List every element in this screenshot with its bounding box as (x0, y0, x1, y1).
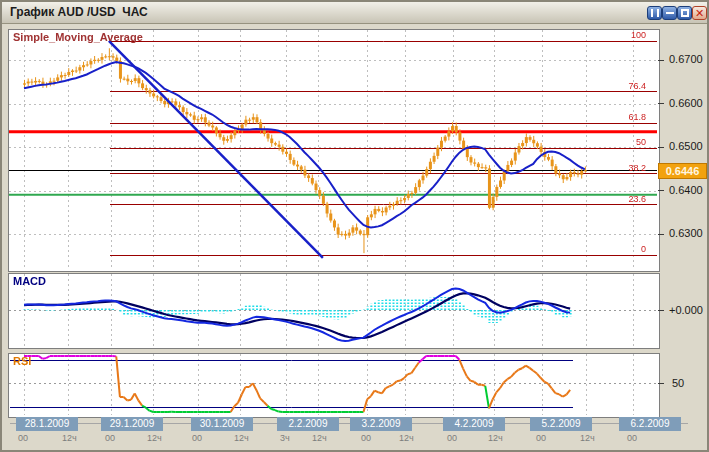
price-tick-mark (658, 103, 664, 104)
title-bar[interactable]: График AUD /USD ЧАС ✕ (2, 2, 707, 24)
price-tick-label: 0.6400 (669, 184, 703, 196)
macd-panel (8, 273, 660, 349)
time-label: 00 (447, 433, 457, 443)
chart-window: График AUD /USD ЧАС ✕ Simple_Moving_Aver… (0, 0, 709, 452)
maximize-button[interactable] (677, 6, 692, 20)
time-label: 12ч (147, 433, 162, 443)
rsi-indicator-label: RSI (13, 355, 31, 367)
close-button[interactable]: ✕ (692, 6, 707, 20)
time-label: 00 (536, 433, 546, 443)
close-icon: ✕ (695, 8, 704, 18)
price-tick-label: 0.6500 (669, 140, 703, 152)
time-label: 3ч (280, 433, 290, 443)
macd-indicator-label: MACD (13, 275, 46, 287)
fib-label-23.6: 23.6 (586, 194, 646, 204)
time-label: 12ч (580, 433, 595, 443)
macd-canvas[interactable] (9, 274, 657, 346)
rsi-mid-label: 50 (672, 377, 684, 389)
rsi-mid-tick (658, 383, 664, 384)
price-tick-label: 0.6600 (669, 97, 703, 109)
current-price-badge: 0.6446 (658, 163, 707, 179)
window-title: График AUD /USD ЧАС (10, 5, 148, 19)
rsi-panel (8, 353, 660, 418)
time-label: 12ч (62, 433, 77, 443)
date-label: 2.2.2009 (277, 417, 339, 431)
time-label: 00 (105, 433, 115, 443)
fib-label-76.4: 76.4 (586, 81, 646, 91)
main-chart-canvas[interactable] (9, 30, 657, 269)
fib-label-50: 50 (586, 137, 646, 147)
price-tick-mark (658, 234, 664, 235)
time-label: 12ч (488, 433, 503, 443)
fib-label-100: 100 (586, 30, 646, 40)
time-label: 00 (361, 433, 371, 443)
fib-label-38.2: 38.2 (586, 163, 646, 173)
time-label: 12ч (399, 433, 414, 443)
time-label: 12ч (312, 433, 327, 443)
pause-icon (651, 9, 659, 17)
date-label: 5.2.2009 (530, 417, 592, 431)
fib-label-61.8: 61.8 (586, 112, 646, 122)
time-label: 00 (18, 433, 28, 443)
fib-label-0: 0 (586, 244, 646, 254)
price-tick-mark (658, 190, 664, 191)
date-label: 4.2.2009 (443, 417, 505, 431)
pause-button[interactable] (647, 6, 662, 20)
main-chart-panel (8, 29, 660, 272)
time-label: 00 (627, 433, 637, 443)
sma-indicator-label: Simple_Moving_Average (13, 31, 143, 43)
minimize-button[interactable] (662, 6, 677, 20)
maximize-icon (681, 9, 689, 17)
price-tick-label: 0.6300 (669, 227, 703, 239)
price-tick-label: 0.6700 (669, 53, 703, 65)
date-label: 29.1.2009 (101, 417, 163, 431)
date-label: 30.1.2009 (191, 417, 253, 431)
date-label: 28.1.2009 (16, 417, 78, 431)
macd-zero-tick (658, 310, 664, 311)
minimize-icon (666, 12, 674, 14)
price-tick-mark (658, 60, 664, 61)
macd-zero-label: +0.000 (669, 304, 703, 316)
date-label: 6.2.2009 (619, 417, 681, 431)
rsi-canvas[interactable] (9, 354, 657, 415)
time-label: 12ч (234, 433, 249, 443)
price-tick-mark (658, 147, 664, 148)
time-label: 00 (192, 433, 202, 443)
date-label: 3.2.2009 (350, 417, 412, 431)
